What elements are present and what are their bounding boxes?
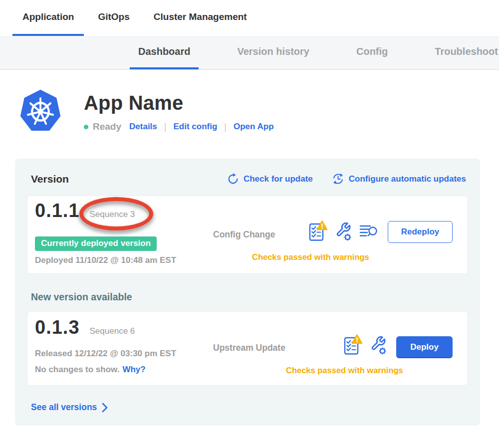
status-dot-icon: [84, 125, 88, 129]
config-wrench-icon[interactable]: [370, 335, 387, 355]
app-subnav: Dashboard Version history Config Trouble…: [0, 36, 499, 70]
edit-config-link[interactable]: Edit config: [173, 122, 217, 132]
version-source-label: Config Change: [213, 229, 275, 240]
version-source-label: Upstream Update: [213, 343, 285, 353]
current-version-line: 0.1.1 Sequence 3: [35, 200, 135, 222]
details-link[interactable]: Details: [129, 122, 157, 132]
released-timestamp: Released 12/12/22 @ 03:30 pm EST: [35, 349, 176, 359]
version-panel-actions: Check for update Configure automatic upd…: [227, 173, 466, 185]
top-nav: Application GitOps Cluster Management: [0, 0, 499, 36]
available-version-action-icons: [343, 334, 387, 355]
redeploy-button[interactable]: Redeploy: [388, 221, 453, 243]
preflight-checks-icon[interactable]: [343, 334, 362, 355]
subnav-tab-troubleshoot[interactable]: Troubleshoot: [426, 36, 499, 69]
new-version-heading: New version available: [31, 291, 468, 303]
available-version-number: 0.1.3: [35, 317, 80, 338]
check-for-update-link[interactable]: Check for update: [227, 173, 313, 185]
available-version-card: 0.1.3 Sequence 6 Released 12/12/22 @ 03:…: [27, 312, 468, 385]
chevron-right-icon: [102, 403, 108, 413]
version-panel-title: Version: [31, 173, 69, 185]
app-status-row: Ready Details | Edit config | Open App: [84, 121, 274, 132]
open-app-link[interactable]: Open App: [234, 122, 274, 132]
see-all-versions-link[interactable]: See all versions: [31, 402, 108, 413]
subnav-tab-config[interactable]: Config: [348, 36, 396, 69]
available-version-line: 0.1.3 Sequence 6: [35, 317, 135, 338]
available-checks-status: Checks passed with warnings: [286, 366, 403, 375]
deploy-button[interactable]: Deploy: [396, 336, 453, 358]
app-header: App Name Ready Details | Edit config | O…: [19, 89, 499, 134]
link-divider: |: [224, 122, 227, 132]
version-panel: Version Check for update Configure autom…: [15, 159, 480, 426]
topnav-tab-gitops[interactable]: GitOps: [88, 0, 139, 36]
deployed-timestamp: Deployed 11/10/22 @ 10:48 am EST: [35, 255, 176, 265]
refresh-icon: [227, 173, 239, 185]
config-wrench-icon[interactable]: [335, 221, 352, 241]
subnav-tab-version-history[interactable]: Version history: [229, 36, 318, 69]
app-title: App Name: [84, 92, 274, 114]
topnav-tab-cluster-management[interactable]: Cluster Management: [144, 0, 257, 36]
current-version-card: 0.1.1 Sequence 3 Currently deployed vers…: [27, 196, 468, 273]
version-panel-header: Version Check for update Configure autom…: [27, 173, 468, 185]
why-link[interactable]: Why?: [122, 365, 145, 374]
current-version-number: 0.1.1: [35, 200, 80, 222]
status-label: Ready: [93, 121, 121, 132]
app-meta: App Name Ready Details | Edit config | O…: [84, 89, 274, 134]
preflight-checks-icon[interactable]: [308, 220, 327, 241]
available-version-sequence: Sequence 6: [90, 326, 135, 336]
topnav-tab-application[interactable]: Application: [12, 0, 84, 36]
auto-update-icon: [332, 173, 344, 185]
configure-automatic-updates-link[interactable]: Configure automatic updates: [332, 173, 466, 185]
kubernetes-logo-icon: [19, 89, 62, 134]
current-version-action-icons: [308, 220, 378, 241]
no-changes-text: No changes to show.Why?: [35, 365, 146, 375]
currently-deployed-badge: Currently deployed version: [35, 236, 157, 251]
subnav-tab-dashboard[interactable]: Dashboard: [130, 36, 199, 69]
current-version-sequence: Sequence 3: [90, 210, 135, 220]
diff-view-icon[interactable]: [359, 223, 378, 239]
current-checks-status: Checks passed with warnings: [252, 252, 369, 262]
link-divider: |: [164, 122, 167, 132]
